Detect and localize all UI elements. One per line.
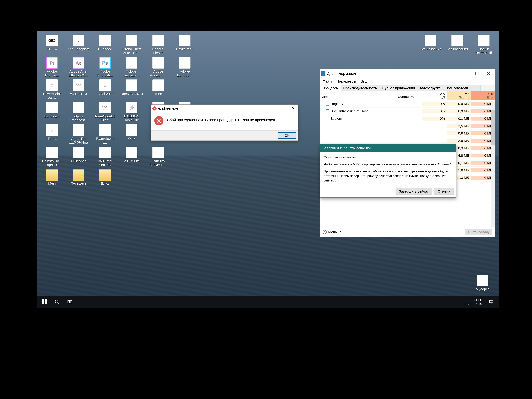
svg-rect-3 — [45, 302, 47, 304]
icon-label: Excel 2013 — [96, 92, 114, 96]
desktop-icon[interactable]: Влад — [94, 169, 117, 185]
desktop-icon[interactable]: Adobe Audition ... — [147, 57, 170, 77]
app-icon — [46, 169, 58, 181]
icon-label: The Escapists 2 — [67, 47, 90, 55]
desktop-icon[interactable]: UninstallTo... ярлык — [40, 147, 63, 167]
desktop-icon[interactable]: Vegas Pro 11.0 (64-bit) — [67, 124, 90, 144]
tab-users[interactable]: Пользователи — [443, 85, 470, 91]
close-icon[interactable]: ✕ — [290, 106, 297, 111]
process-row[interactable]: 2,5 МБ0 МБ/ — [320, 122, 495, 130]
mem-value: 2,5 МБ — [447, 124, 471, 128]
desktop-icon[interactable]: Adobe Illustrator ... — [120, 57, 143, 77]
desktop-icon[interactable]: Путешест — [67, 169, 90, 185]
end-task-button[interactable]: Снять задачу — [465, 229, 492, 235]
header-disk[interactable]: 100%Диск — [471, 91, 495, 100]
app-icon — [126, 124, 137, 136]
desktop-icon[interactable]: ⚡DAEMON Tools Lite — [120, 102, 143, 122]
desktop-icon[interactable]: PPowerPoint 2013 — [40, 79, 63, 100]
cancel-button[interactable]: Отмена — [434, 188, 454, 195]
titlebar[interactable]: Диспетчер задач ─ ☐ ✕ — [320, 70, 495, 78]
tab-processes[interactable]: Процессы — [320, 85, 341, 91]
desktop-icon[interactable]: Papers, Please — [147, 35, 170, 55]
tab-performance[interactable]: Производительность — [341, 85, 379, 91]
ok-button[interactable]: OK — [278, 133, 296, 139]
desktop-icon[interactable]: Без названия — [419, 35, 442, 55]
desktop-icon[interactable]: PsAdobe Photosh... — [94, 57, 117, 77]
process-row[interactable]: 0,9 МБ0 МБ/ — [320, 130, 495, 137]
start-button[interactable] — [38, 296, 51, 308]
header-memory[interactable]: 27%Память — [447, 91, 471, 100]
app-icon — [99, 124, 111, 136]
app-icon — [73, 102, 84, 113]
desktop-icon[interactable]: CCleaner — [67, 147, 90, 167]
icon-label: Bandicam — [44, 114, 60, 118]
desktop-icon[interactable]: 360 Total Security — [94, 147, 117, 167]
end-now-button[interactable]: Завершить сейчас — [396, 188, 432, 195]
minimize-button[interactable]: ─ — [460, 70, 471, 78]
process-row[interactable]: 2,9 МБ0 МБ/ — [320, 137, 495, 145]
tab-startup[interactable]: Автозагрузка — [417, 85, 443, 91]
desktop-icon[interactable]: XExcel 2013 — [94, 79, 117, 100]
desktop-icon-trash[interactable]: Мусорка — [471, 275, 494, 291]
app-icon — [152, 147, 164, 158]
close-button[interactable]: ✕ — [483, 70, 494, 78]
scrollbar[interactable] — [491, 101, 495, 227]
desktop-icon[interactable]: WWord 2013 — [67, 79, 90, 100]
menu-options[interactable]: Параметры — [336, 79, 356, 83]
icon-label: Word 2013 — [70, 92, 87, 96]
desktop-icon[interactable]: Cuphead — [94, 35, 117, 55]
desktop-icon[interactable]: Mein — [40, 169, 63, 185]
chevron-up-icon[interactable]: ˄ — [323, 230, 327, 234]
desktop-icon[interactable]: Tunn — [147, 79, 170, 100]
desktop-icon[interactable]: OneNote 2013 — [120, 79, 143, 100]
action-center-button[interactable] — [485, 296, 498, 308]
icon-label: Cuphead — [98, 47, 112, 51]
process-icon — [326, 109, 329, 113]
tray-clock[interactable]: 21:38 18.02.2019 — [462, 298, 485, 306]
desktop-icon[interactable]: ☻The Escapists 2 — [67, 35, 90, 55]
scrollbar-thumb[interactable] — [491, 110, 495, 145]
header-state[interactable]: Состояние — [397, 94, 422, 100]
app-icon — [152, 35, 164, 46]
desktop-icon[interactable]: ●Bandicam — [40, 102, 63, 122]
fewer-details-button[interactable]: Меньше — [328, 230, 342, 234]
icon-label: Tunn — [154, 92, 162, 96]
desktop-icon[interactable]: GOKC KA — [40, 35, 63, 55]
app-icon: P — [46, 79, 58, 91]
icon-label: TeamViewer 11 — [94, 137, 117, 144]
desktop-icon[interactable]: ♪iTunes — [40, 124, 63, 144]
header-name[interactable]: Имя — [320, 94, 397, 100]
process-row[interactable]: Shell Infrastructure Host0%6,9 МБ0 МБ/ — [320, 108, 495, 115]
search-icon — [55, 299, 60, 304]
dialog-titlebar[interactable]: Завершение работы оснастки ✕ — [320, 144, 456, 152]
search-button[interactable] — [51, 296, 63, 308]
desktop-icon[interactable]: Очистка временн... — [147, 147, 170, 167]
process-row[interactable]: Registry0%0,9 МБ0 МБ/ — [320, 100, 495, 108]
desktop-icon[interactable]: Без названия — [446, 35, 469, 55]
desktop-icon[interactable]: Open Broadcast... — [67, 102, 90, 122]
desktop-icon[interactable]: PrAdobe Premie... — [40, 57, 63, 77]
icon-label: Grand Theft Auto - Sa... — [120, 47, 143, 55]
tab-more[interactable]: П... — [470, 85, 481, 91]
desktop-icon[interactable]: TeamViewer 11 — [94, 124, 117, 144]
desktop-icon[interactable]: Новый текстовый — [472, 35, 495, 55]
menu-file[interactable]: Файл — [323, 79, 332, 83]
task-view-button[interactable] — [63, 296, 76, 308]
menu-view[interactable]: Вид — [361, 79, 367, 83]
desktop-icon[interactable]: Quik — [120, 124, 143, 144]
desktop-icon[interactable]: MiPCSuite — [120, 147, 143, 167]
desktop-icon[interactable]: Бочка.mp3 — [173, 35, 196, 55]
desktop-icon[interactable]: Adobe Lightroom — [173, 57, 196, 77]
desktop-icon[interactable]: Grand Theft Auto - Sa... — [120, 35, 143, 55]
tab-app-history[interactable]: Журнал приложений — [379, 85, 417, 91]
close-icon[interactable]: ✕ — [447, 146, 454, 150]
desktop-icon[interactable]: TSTeamSpeak 3 Client — [94, 102, 117, 122]
header-cpu[interactable]: 2%ЦП — [422, 91, 447, 100]
process-row[interactable]: System0%0,1 МБ0 МБ/ — [320, 115, 495, 122]
desktop: GOKC KA☻The Escapists 2CupheadGrand Thef… — [37, 31, 499, 308]
icon-label: Без названия — [420, 47, 441, 51]
maximize-button[interactable]: ☐ — [471, 70, 483, 78]
dialog-titlebar[interactable]: ✕ explorer.exe ✕ — [151, 105, 298, 112]
app-icon: GO — [46, 35, 58, 46]
desktop-icon[interactable]: AeAdobe After Effects CC... — [67, 57, 90, 77]
